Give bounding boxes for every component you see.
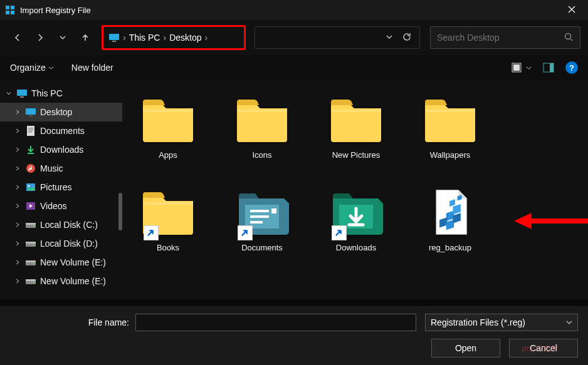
sidebar-item-desktop[interactable]: Desktop xyxy=(0,103,122,121)
svg-point-6 xyxy=(565,33,571,39)
sidebar-item-label: Pictures xyxy=(40,182,72,192)
svg-rect-17 xyxy=(28,130,33,131)
pc-icon[interactable] xyxy=(108,33,120,42)
new-folder-label: New folder xyxy=(71,63,113,73)
breadcrumb-this-pc[interactable]: This PC xyxy=(129,33,160,43)
file-item-apps[interactable]: Apps xyxy=(127,88,209,175)
svg-rect-11 xyxy=(17,90,27,96)
svg-rect-14 xyxy=(29,115,33,116)
svg-rect-8 xyxy=(513,64,520,71)
file-item-downloads[interactable]: Downloads xyxy=(315,180,397,268)
filename-label: File name: xyxy=(10,317,135,327)
videos-icon xyxy=(25,200,36,212)
filename-input[interactable] xyxy=(135,314,416,331)
svg-rect-24 xyxy=(26,223,36,225)
docfolder-icon xyxy=(234,184,290,240)
chevron-right-icon: › xyxy=(123,33,126,43)
file-label: Wallpapers xyxy=(430,150,471,160)
dlfolder-icon xyxy=(328,184,384,240)
sidebar-item-videos[interactable]: Videos xyxy=(0,197,122,215)
sidebar-item-this-pc[interactable]: This PC xyxy=(0,84,122,103)
organize-menu[interactable]: Organize xyxy=(10,63,54,73)
file-item-new-pictures[interactable]: New Pictures xyxy=(315,88,397,175)
address-dropdown[interactable] xyxy=(386,33,393,43)
close-button[interactable] xyxy=(560,3,583,18)
up-button[interactable] xyxy=(75,28,95,48)
bottom-panel: File name: Registration Files (*.reg) Op… xyxy=(0,306,588,365)
cancel-button[interactable]: Cancel php中文网 xyxy=(509,339,578,357)
chevron-right-icon[interactable] xyxy=(14,109,21,115)
file-grid: AppsIconsNew PicturesWallpapersBooksDocu… xyxy=(122,80,588,299)
sidebar-item-pictures[interactable]: Pictures xyxy=(0,178,122,197)
sidebar-item-label: Downloads xyxy=(40,145,83,155)
svg-rect-15 xyxy=(27,126,34,136)
downloads-icon xyxy=(25,144,36,155)
file-label: Downloads xyxy=(336,243,376,252)
file-label: Books xyxy=(157,243,179,252)
window-title: Import Registry File xyxy=(20,6,560,15)
help-button[interactable]: ? xyxy=(565,61,578,74)
recent-dropdown[interactable] xyxy=(53,28,73,48)
sidebar-item-label: Music xyxy=(40,163,63,173)
disk-icon xyxy=(25,238,36,249)
music-icon xyxy=(25,163,36,174)
search-box[interactable] xyxy=(430,26,580,49)
sidebar-item-downloads[interactable]: Downloads xyxy=(0,140,122,159)
svg-rect-30 xyxy=(26,260,36,262)
new-folder-button[interactable]: New folder xyxy=(71,63,113,73)
search-input[interactable] xyxy=(437,33,564,43)
file-item-wallpapers[interactable]: Wallpapers xyxy=(409,88,491,175)
preview-pane-button[interactable] xyxy=(543,63,554,73)
chevron-right-icon[interactable] xyxy=(14,147,21,153)
svg-rect-33 xyxy=(26,279,36,281)
svg-point-34 xyxy=(33,282,34,283)
svg-rect-1 xyxy=(11,6,14,9)
sidebar-item-documents[interactable]: Documents xyxy=(0,121,122,140)
back-button[interactable] xyxy=(8,28,28,48)
chevron-right-icon[interactable] xyxy=(14,222,21,228)
disk-icon xyxy=(25,275,36,287)
sidebar: This PCDesktopDocumentsDownloadsMusicPic… xyxy=(0,80,122,299)
svg-rect-5 xyxy=(112,41,116,42)
view-mode-button[interactable] xyxy=(512,63,532,73)
refresh-button[interactable] xyxy=(402,32,412,44)
svg-rect-13 xyxy=(26,108,36,115)
sidebar-item-new-volume-e-[interactable]: New Volume (E:) xyxy=(0,272,122,290)
chevron-down-icon[interactable] xyxy=(5,90,13,96)
organize-label: Organize xyxy=(10,63,46,73)
folder-icon xyxy=(234,91,290,148)
documents-icon xyxy=(25,125,36,136)
breadcrumb-desktop[interactable]: Desktop xyxy=(169,33,201,43)
file-item-books[interactable]: Books xyxy=(127,180,209,268)
chevron-right-icon[interactable] xyxy=(14,128,21,134)
file-item-icons[interactable]: Icons xyxy=(221,88,303,175)
chevron-right-icon[interactable] xyxy=(14,278,21,284)
file-type-label: Registration Files (*.reg) xyxy=(431,317,525,327)
sidebar-item-label: Desktop xyxy=(40,107,72,117)
chevron-right-icon[interactable] xyxy=(14,259,21,265)
chevron-right-icon: › xyxy=(205,33,208,43)
sidebar-item-label: New Volume (E:) xyxy=(40,276,106,286)
file-item-reg-backup[interactable]: reg_backup xyxy=(409,180,491,268)
sidebar-item-music[interactable]: Music xyxy=(0,159,122,178)
chevron-right-icon[interactable] xyxy=(14,184,21,190)
chevron-right-icon[interactable] xyxy=(14,203,21,209)
sidebar-item-label: Local Disk (C:) xyxy=(40,220,98,230)
sidebar-item-local-disk-c-[interactable]: Local Disk (C:) xyxy=(0,215,122,234)
file-type-filter[interactable]: Registration Files (*.reg) xyxy=(425,314,578,331)
file-item-documents[interactable]: Documents xyxy=(221,180,303,268)
folder-icon xyxy=(140,184,196,240)
sidebar-item-label: New Volume (E:) xyxy=(40,257,106,267)
shortcut-overlay-icon xyxy=(144,225,159,240)
chevron-right-icon[interactable] xyxy=(14,165,21,172)
sidebar-item-local-disk-d-[interactable]: Local Disk (D:) xyxy=(0,234,122,253)
main-area: This PCDesktopDocumentsDownloadsMusicPic… xyxy=(0,80,588,299)
open-button[interactable]: Open xyxy=(431,339,500,357)
sidebar-item-label: Documents xyxy=(40,126,85,136)
svg-rect-18 xyxy=(28,131,32,133)
chevron-right-icon[interactable] xyxy=(14,240,21,247)
svg-rect-12 xyxy=(20,96,24,98)
sidebar-item-new-volume-e-[interactable]: New Volume (E:) xyxy=(0,253,122,272)
forward-button[interactable] xyxy=(30,28,50,48)
breadcrumb[interactable]: › This PC › Desktop › xyxy=(102,25,246,50)
